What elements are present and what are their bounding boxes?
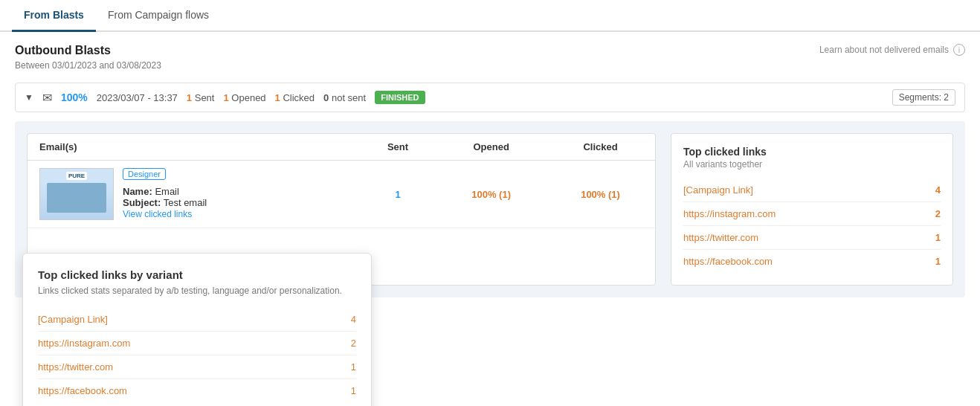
link-url-3[interactable]: https://facebook.com xyxy=(683,256,773,267)
not-sent-label: not sent xyxy=(332,92,366,103)
section-title: Outbound Blasts xyxy=(15,44,161,57)
section-header: Outbound Blasts Between 03/01/2023 and 0… xyxy=(15,44,965,71)
link-count-3: 1 xyxy=(935,256,941,267)
clicked-label: Clicked xyxy=(283,92,315,103)
stat-sent: 1 Sent xyxy=(187,92,215,103)
email-details: Designer Name: Email Subject: Test email xyxy=(123,168,207,219)
thumb-image xyxy=(47,183,106,213)
col-clicked: Clicked xyxy=(546,134,655,161)
info-icon[interactable]: i xyxy=(953,44,965,56)
learn-link-block: Learn about not delivered emails i xyxy=(819,44,965,56)
link-url-1[interactable]: https://instagram.com xyxy=(683,208,776,219)
table-row: PURE Designer Name: xyxy=(28,161,655,228)
top-links-subtitle: All variants together xyxy=(683,159,941,170)
stat-opened: 1 Opened xyxy=(223,92,265,103)
designer-badge: Designer xyxy=(123,168,166,180)
campaign-row: ▼ ✉ 100% 2023/03/07 - 13:37 1 Sent 1 Ope… xyxy=(15,83,965,112)
cell-opened: 100% (1) xyxy=(436,161,546,228)
view-clicked-links[interactable]: View clicked links xyxy=(123,209,192,219)
top-links-list: [Campaign Link] 4 https://instagram.com … xyxy=(683,178,941,273)
sent-label: Sent xyxy=(195,92,215,103)
section-subtitle: Between 03/01/2023 and 03/08/2023 xyxy=(15,60,161,71)
link-url-2[interactable]: https://twitter.com xyxy=(683,232,758,243)
clicked-count: 1 xyxy=(275,92,280,103)
cell-clicked: 100% (1) xyxy=(546,161,655,228)
tab-from-campaign-flows[interactable]: From Campaign flows xyxy=(96,0,221,32)
section-title-block: Outbound Blasts Between 03/01/2023 and 0… xyxy=(15,44,161,71)
thumb-logo: PURE xyxy=(66,172,87,180)
sent-value: 1 xyxy=(395,189,400,200)
link-count-2: 1 xyxy=(935,232,941,243)
link-row-0: [Campaign Link] 4 xyxy=(683,178,941,202)
not-sent-count: 0 xyxy=(323,92,329,103)
email-subject-label: Subject: xyxy=(123,197,161,208)
col-emails: Email(s) xyxy=(28,134,359,161)
email-cell: PURE Designer Name: xyxy=(28,161,359,228)
tabs-bar: From Blasts From Campaign flows xyxy=(0,0,980,32)
link-row-1: https://instagram.com 2 xyxy=(683,202,941,226)
table-header-row: Email(s) Sent Opened Clicked xyxy=(28,134,655,161)
email-name-row: Name: Email xyxy=(123,186,207,197)
email-name-label: Name: xyxy=(123,186,152,197)
col-sent: Sent xyxy=(359,134,436,161)
campaign-percentage: 100% xyxy=(61,91,88,103)
link-row-3: https://facebook.com 1 xyxy=(683,250,941,273)
link-row-2: https://twitter.com 1 xyxy=(683,226,941,250)
tooltip-subtitle: Links clicked stats separated by a/b tes… xyxy=(38,286,356,296)
email-icon: ✉ xyxy=(42,91,52,105)
tooltip-title: Top clicked links by variant xyxy=(38,268,356,281)
tab-from-blasts[interactable]: From Blasts xyxy=(12,0,96,32)
status-badge: FINISHED xyxy=(375,91,425,104)
tooltip-popup: Top clicked links by variant Links click… xyxy=(22,253,372,309)
email-subject-value: Test email xyxy=(164,197,207,208)
cell-sent: 1 xyxy=(359,161,436,228)
tooltip-link-row-0: [Campaign Link] 4 xyxy=(38,308,356,309)
campaign-timestamp: 2023/03/07 - 13:37 xyxy=(97,92,178,103)
link-count-1: 2 xyxy=(935,208,941,219)
link-url-0[interactable]: [Campaign Link] xyxy=(683,184,753,196)
arrow-down-icon[interactable]: ▼ xyxy=(25,92,33,103)
clicked-value: 100% (1) xyxy=(581,189,620,200)
opened-label: Opened xyxy=(231,92,265,103)
top-links-panel: Top clicked links All variants together … xyxy=(671,133,953,286)
top-links-title: Top clicked links xyxy=(683,146,941,158)
opened-value: 100% (1) xyxy=(471,189,511,200)
email-thumbnail: PURE xyxy=(39,168,114,220)
stat-clicked: 1 Clicked xyxy=(275,92,315,103)
link-count-0: 4 xyxy=(935,184,941,196)
stat-not-sent: 0 not sent xyxy=(323,92,366,103)
opened-count: 1 xyxy=(223,92,228,103)
email-subject-row: Subject: Test email xyxy=(123,197,207,208)
sent-count: 1 xyxy=(187,92,192,103)
tooltip-links-list: [Campaign Link] 4 https://instagram.com … xyxy=(38,308,356,309)
learn-link-anchor[interactable]: Learn about not delivered emails xyxy=(819,45,949,55)
segments-badge: Segments: 2 xyxy=(892,89,955,106)
col-opened: Opened xyxy=(436,134,546,161)
email-name-value: Email xyxy=(155,186,179,197)
